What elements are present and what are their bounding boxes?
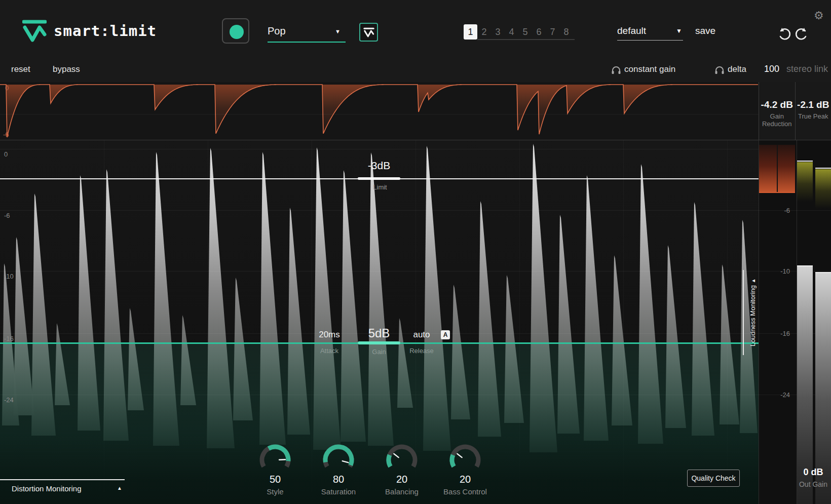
- gain-value[interactable]: 5dB: [355, 326, 403, 340]
- true-peak-readout: -2.1 dB True Peak: [795, 82, 831, 140]
- headphones-icon: [611, 66, 621, 74]
- style-value: 50: [247, 474, 303, 485]
- dropdown-underline: [617, 40, 683, 41]
- settings-gear-icon[interactable]: ⚙: [814, 9, 824, 22]
- state-page-8[interactable]: 8: [559, 24, 573, 40]
- gain-reduction-readout: -4.2 dB Gain Reduction: [759, 82, 795, 140]
- learn-record-button[interactable]: [222, 18, 249, 44]
- state-pages: 1 2 3 4 5 6 7 8: [464, 24, 573, 40]
- loudness-monitoring-label: Loudness Monitoring: [749, 285, 757, 346]
- header-bar: smart:limit Pop ▼ 1 2 3 4 5 6 7: [0, 0, 831, 57]
- meter-scale-m16: -16: [760, 330, 790, 337]
- scale-m16: -16: [4, 335, 14, 342]
- peak-hold-right: [815, 168, 831, 169]
- dropdown-underline: [268, 42, 346, 43]
- attack-label: Attack: [309, 347, 350, 355]
- gridline: [519, 140, 520, 504]
- scale-m24: -24: [4, 396, 14, 404]
- expand-arrow-icon[interactable]: ▲: [117, 485, 122, 491]
- chevron-down-icon: ▼: [676, 27, 682, 34]
- profile-reference-button[interactable]: [359, 23, 378, 42]
- gr-gridline: [0, 114, 759, 114]
- preset-value: default: [617, 25, 646, 36]
- sonible-mark-small-icon: [363, 27, 374, 37]
- preset-dropdown[interactable]: default ▼: [614, 22, 686, 41]
- loudness-monitoring-handle[interactable]: Loudness Monitoring ▲: [749, 270, 757, 355]
- style-label: Style: [247, 487, 303, 496]
- gain-label: Gain: [355, 348, 403, 356]
- state-page-2[interactable]: 2: [477, 24, 491, 40]
- state-page-4[interactable]: 4: [505, 24, 518, 40]
- undo-button[interactable]: [777, 26, 792, 42]
- gain-reduction-value: -4.2 dB: [759, 99, 795, 110]
- out-gain-label: Out Gain: [796, 480, 830, 488]
- meter-divider: [777, 145, 778, 192]
- style-knob[interactable]: 50 Style: [247, 443, 303, 496]
- bypass-button[interactable]: bypass: [53, 64, 80, 74]
- gridline: [208, 140, 208, 504]
- peak-hold-left: [797, 161, 813, 162]
- true-peak-label: True Peak: [796, 112, 831, 120]
- gridline: [727, 140, 728, 504]
- panel-divider: [759, 140, 759, 504]
- stereo-link-value[interactable]: 100: [764, 64, 779, 74]
- headphones-icon: [714, 66, 725, 74]
- genre-profile-dropdown[interactable]: Pop ▼: [256, 22, 348, 43]
- state-page-6[interactable]: 6: [532, 24, 546, 40]
- limit-line-handle[interactable]: [358, 177, 400, 180]
- limit-label: Limit: [356, 183, 404, 191]
- true-peak-value: -2.1 dB: [796, 99, 831, 110]
- stereo-link-label: stereo link: [786, 64, 828, 74]
- redo-button[interactable]: [794, 26, 809, 42]
- pages-underline: [477, 39, 575, 40]
- gridline-10db: [0, 271, 759, 272]
- chevron-down-icon: ▼: [335, 28, 341, 34]
- distortion-monitoring-line: [0, 479, 125, 480]
- bass-control-value: 20: [437, 474, 493, 485]
- release-label: Release: [405, 347, 438, 355]
- loudness-monitoring-handle-line: [743, 270, 744, 355]
- balancing-value: 20: [374, 474, 430, 485]
- waveform-display: 0 -6 -10 -16 -24 -3dB Limit 20ms 5dB aut…: [0, 140, 759, 504]
- limit-value[interactable]: -3dB: [355, 160, 403, 172]
- peak-history-right: [815, 169, 831, 209]
- expand-arrow-icon: ▲: [750, 278, 756, 283]
- gain-reduction-trace: [0, 82, 759, 140]
- auto-release-badge[interactable]: A: [441, 330, 450, 339]
- out-gain-value[interactable]: 0 dB: [797, 467, 829, 478]
- gain-reduction-trace-panel: 0 -6: [0, 82, 759, 140]
- attack-value[interactable]: 20ms: [309, 330, 350, 340]
- balancing-knob[interactable]: 20 Balancing: [374, 443, 430, 496]
- gridline-0db: [0, 149, 759, 149]
- meter-scale-m10: -10: [760, 267, 790, 275]
- bass-control-knob[interactable]: 20 Bass Control: [437, 443, 493, 496]
- state-page-1[interactable]: 1: [464, 24, 477, 40]
- save-button[interactable]: save: [695, 25, 715, 36]
- meter-scale-m24: -24: [760, 391, 790, 399]
- constant-gain-toggle[interactable]: constant gain: [624, 64, 675, 74]
- toolbar-row: reset bypass constant gain delta 100 ste…: [0, 57, 831, 82]
- delta-toggle[interactable]: delta: [728, 64, 746, 74]
- meter-scale-m6: -6: [760, 207, 790, 214]
- app-title: smart:limit: [54, 22, 157, 40]
- gain-reduction-label: Gain Reduction: [759, 112, 795, 128]
- reset-button[interactable]: reset: [11, 64, 30, 74]
- gr-scale-0: 0: [5, 84, 9, 92]
- state-page-7[interactable]: 7: [546, 24, 559, 40]
- sonible-mark-icon: [22, 19, 47, 43]
- state-page-5[interactable]: 5: [518, 24, 532, 40]
- saturation-label: Saturation: [311, 487, 366, 496]
- gain-reduction-meter: [759, 145, 795, 193]
- plugin-window: smart:limit Pop ▼ 1 2 3 4 5 6 7: [0, 0, 831, 504]
- scale-m10: -10: [4, 273, 14, 280]
- gridline: [623, 140, 624, 504]
- state-page-3[interactable]: 3: [491, 24, 505, 40]
- distortion-monitoring-handle[interactable]: Distortion Monitoring: [12, 484, 82, 493]
- genre-profile-value: Pop: [268, 25, 286, 37]
- quality-check-button[interactable]: Quality Check: [687, 470, 740, 487]
- balancing-label: Balancing: [374, 487, 430, 496]
- saturation-knob[interactable]: 80 Saturation: [311, 443, 366, 496]
- release-value[interactable]: auto: [405, 330, 438, 340]
- gain-line-handle[interactable]: [358, 341, 400, 344]
- output-meter-panel: -6 -10 -16 -24 0 dB Out Gain: [759, 140, 831, 504]
